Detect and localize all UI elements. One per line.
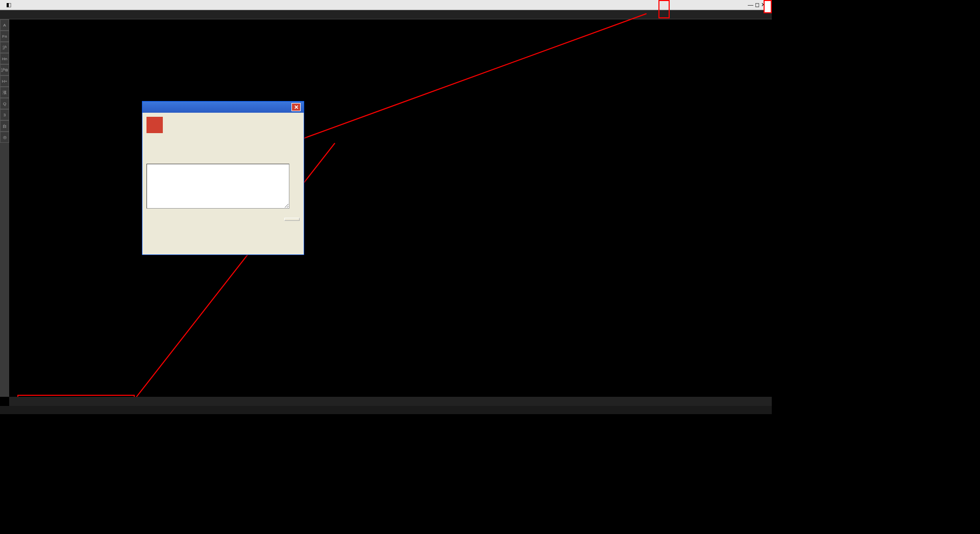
logo-overlay [764, 0, 772, 13]
sidebar-toolbar[interactable]: AFn沪Hn沪BH+涨Q3自◎ [0, 19, 9, 397]
stock-table [9, 19, 772, 397]
dialog-titlebar[interactable]: ✕ [142, 101, 304, 113]
tabbar [0, 10, 772, 19]
statusbar [0, 406, 772, 414]
close-icon[interactable]: ✕ [291, 103, 301, 111]
app-icon: ◧ [2, 2, 15, 8]
bottom-tabbar[interactable] [9, 397, 772, 406]
about-dialog: ✕ [142, 101, 304, 255]
license-text[interactable] [146, 164, 289, 209]
close-button[interactable] [284, 218, 300, 221]
menubar: ◧ — ◻ ✕ [0, 0, 772, 10]
app-logo-icon [146, 117, 163, 133]
